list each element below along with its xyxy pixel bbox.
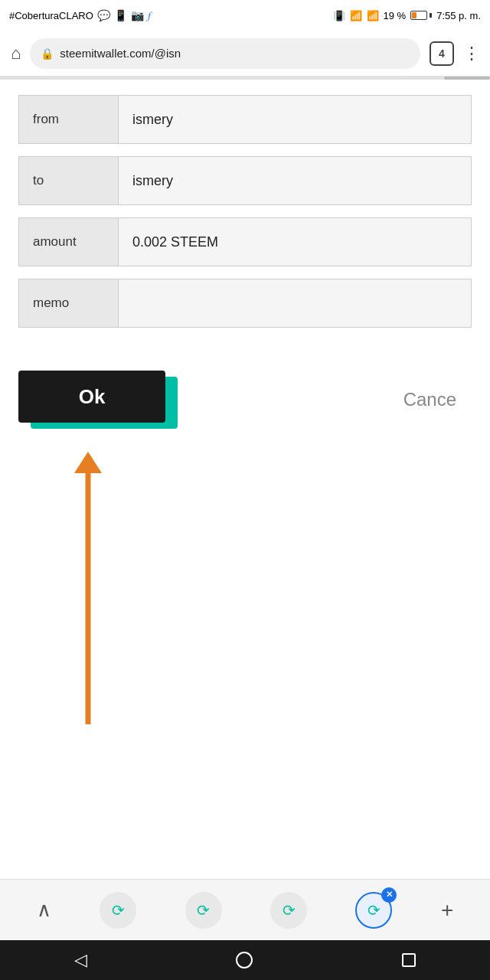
battery-percentage: 19 % bbox=[384, 10, 407, 21]
instagram-icon: 📷 bbox=[131, 9, 144, 21]
status-left: #CoberturaCLARO 💬 📱 📷 𝑓 bbox=[9, 9, 151, 22]
tab-icon-1[interactable]: ⟳ bbox=[100, 892, 136, 929]
new-tab-button[interactable]: + bbox=[441, 898, 453, 923]
status-right: 📳 📶 📶 19 % 7:55 p. m. bbox=[333, 10, 481, 21]
to-row: to ismery bbox=[18, 156, 472, 205]
battery-icon bbox=[410, 11, 432, 20]
button-row: Ok Cance bbox=[0, 355, 490, 444]
form-area: from ismery to ismery amount 0.002 STEEM bbox=[0, 80, 490, 355]
tab-icon-2[interactable]: ⟳ bbox=[185, 892, 222, 929]
amount-row: amount 0.002 STEEM bbox=[18, 217, 472, 266]
page-content: from ismery to ismery amount 0.002 STEEM bbox=[0, 80, 490, 980]
facebook-icon: 𝑓 bbox=[148, 9, 151, 22]
refresh-icon-3: ⟳ bbox=[283, 901, 296, 920]
memo-value[interactable] bbox=[119, 279, 471, 327]
browser-bar: ⌂ 🔒 steemitwallet.com/@isn 4 ⋮ bbox=[0, 31, 490, 77]
arrow-shaft bbox=[86, 472, 91, 724]
to-value[interactable]: ismery bbox=[119, 157, 471, 204]
carrier-name: #CoberturaCLARO bbox=[9, 10, 93, 21]
from-value[interactable]: ismery bbox=[119, 96, 471, 143]
ok-button-wrapper: Ok bbox=[18, 371, 172, 429]
tabs-chevron-up[interactable]: ∧ bbox=[37, 898, 51, 922]
refresh-icon-4: ⟳ bbox=[368, 901, 381, 920]
home-button[interactable] bbox=[236, 952, 253, 969]
up-arrow bbox=[73, 452, 103, 727]
close-tab-badge[interactable]: ✕ bbox=[381, 887, 397, 903]
refresh-icon-2: ⟳ bbox=[197, 901, 210, 920]
url-bar[interactable]: 🔒 steemitwallet.com/@isn bbox=[30, 38, 420, 69]
time-display: 7:55 p. m. bbox=[436, 10, 481, 21]
memo-row: memo bbox=[18, 279, 472, 328]
signal-icon: 📶 bbox=[367, 10, 379, 21]
scroll-thumb bbox=[444, 77, 490, 80]
lock-icon: 🔒 bbox=[41, 47, 54, 60]
amount-label: amount bbox=[19, 218, 119, 266]
from-row: from ismery bbox=[18, 95, 472, 144]
amount-value[interactable]: 0.002 STEEM bbox=[119, 218, 471, 266]
tab-icon-active-wrapper: ⟳ ✕ bbox=[355, 892, 392, 929]
vibrate-icon: 📳 bbox=[333, 10, 345, 21]
memo-label: memo bbox=[19, 279, 119, 327]
menu-icon[interactable]: ⋮ bbox=[463, 44, 479, 64]
telegram-icon: 💬 bbox=[97, 9, 110, 21]
status-bar: #CoberturaCLARO 💬 📱 📷 𝑓 📳 📶 📶 19 % 7:55 … bbox=[0, 0, 490, 31]
recents-button[interactable] bbox=[402, 953, 416, 967]
ok-button[interactable]: Ok bbox=[18, 371, 165, 423]
tab-count[interactable]: 4 bbox=[430, 41, 454, 66]
whatsapp-icon: 📱 bbox=[114, 9, 127, 21]
wifi-icon: 📶 bbox=[350, 10, 362, 21]
home-icon[interactable]: ⌂ bbox=[11, 44, 21, 64]
scroll-indicator bbox=[0, 77, 490, 80]
arrow-container bbox=[0, 444, 490, 735]
cancel-button[interactable]: Cance bbox=[388, 381, 472, 418]
to-label: to bbox=[19, 157, 119, 204]
arrow-head bbox=[74, 452, 102, 473]
back-button[interactable]: ◁ bbox=[74, 950, 87, 970]
url-text: steemitwallet.com/@isn bbox=[60, 47, 181, 60]
bottom-tabs: ∧ ⟳ ⟳ ⟳ ⟳ ✕ + bbox=[0, 879, 490, 940]
from-label: from bbox=[19, 96, 119, 143]
tab-icon-3[interactable]: ⟳ bbox=[270, 892, 307, 929]
refresh-icon-1: ⟳ bbox=[112, 901, 125, 920]
android-nav-bar: ◁ bbox=[0, 940, 490, 980]
